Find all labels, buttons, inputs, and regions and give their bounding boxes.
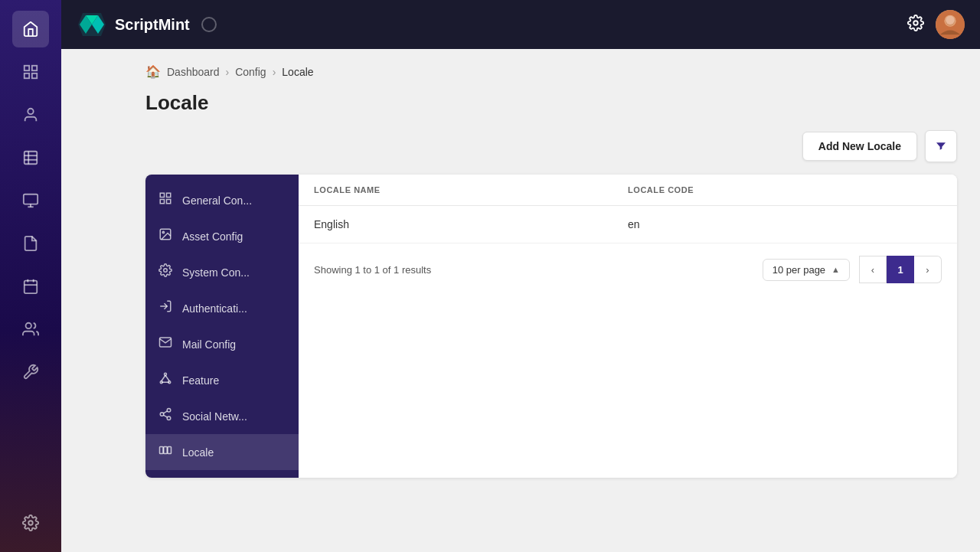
- table-header: LOCALE NAME LOCALE CODE: [299, 175, 957, 206]
- breadcrumb-dashboard[interactable]: Dashboard: [167, 66, 220, 78]
- feature-label: Feature: [182, 374, 219, 387]
- svg-rect-45: [164, 447, 168, 454]
- sidebar-item-calendar[interactable]: [12, 268, 49, 305]
- locale-table: LOCALE NAME LOCALE CODE English en Showi…: [299, 175, 957, 478]
- app-wrapper: ScriptMint: [0, 0, 980, 552]
- svg-rect-9: [24, 194, 38, 204]
- svg-point-19: [913, 21, 918, 25]
- side-panel-item-auth[interactable]: Authenticati...: [145, 290, 299, 326]
- social-network-icon: [158, 407, 173, 425]
- topbar-right: [907, 10, 965, 39]
- pagination-bar: Showing 1 to 1 of 1 results 10 per page …: [299, 243, 957, 296]
- svg-rect-2: [24, 73, 29, 78]
- topbar: ScriptMint: [61, 0, 980, 49]
- svg-rect-3: [32, 73, 37, 78]
- locale-name-cell: English: [314, 218, 628, 230]
- filter-button[interactable]: [925, 130, 957, 162]
- svg-line-43: [163, 411, 167, 413]
- logo: ScriptMint: [77, 9, 190, 40]
- col-locale-name: LOCALE NAME: [314, 185, 628, 194]
- mail-config-icon: [158, 335, 173, 353]
- mail-config-label: Mail Config: [182, 338, 236, 351]
- locale-code-cell: en: [628, 218, 942, 230]
- svg-rect-0: [24, 66, 29, 70]
- sidebar-item-tools[interactable]: [12, 354, 49, 390]
- svg-rect-44: [160, 447, 164, 454]
- side-panel-item-feature[interactable]: Feature: [145, 362, 299, 398]
- auth-config-label: Authenticati...: [182, 302, 247, 315]
- config-side-panel: General Con... Asset Config: [145, 175, 299, 478]
- prev-page-button[interactable]: ‹: [859, 256, 887, 283]
- social-network-label: Social Netw...: [182, 410, 247, 423]
- svg-point-31: [164, 269, 168, 273]
- sidebar-item-grid[interactable]: [12, 54, 49, 90]
- add-new-locale-button[interactable]: Add New Locale: [802, 132, 917, 161]
- breadcrumb: 🏠 Dashboard › Config › Locale: [145, 64, 957, 79]
- logo-icon: [77, 9, 107, 40]
- breadcrumb-sep-2: ›: [273, 66, 276, 78]
- side-panel-item-mail[interactable]: Mail Config: [145, 326, 299, 362]
- svg-rect-46: [168, 447, 172, 454]
- feature-icon: [158, 371, 173, 389]
- auth-config-icon: [158, 299, 173, 317]
- svg-line-37: [165, 375, 169, 381]
- svg-point-24: [946, 16, 954, 24]
- system-config-icon: [158, 263, 173, 281]
- loader-indicator: [201, 17, 217, 32]
- svg-rect-28: [167, 200, 171, 204]
- locale-label: Locale: [182, 446, 214, 459]
- sidebar-item-monitor[interactable]: [12, 182, 49, 219]
- page-title: Locale: [145, 91, 957, 115]
- svg-point-33: [165, 373, 167, 375]
- main-content: 🏠 Dashboard › Config › Locale Locale Add…: [122, 49, 980, 552]
- svg-line-42: [163, 415, 167, 417]
- breadcrumb-sep-1: ›: [226, 66, 230, 78]
- svg-rect-1: [32, 66, 37, 70]
- svg-rect-26: [167, 193, 171, 197]
- system-config-label: System Con...: [182, 266, 250, 279]
- settings-icon[interactable]: [907, 15, 924, 35]
- svg-point-30: [162, 231, 164, 233]
- pagination-controls: 10 per page ▲ ‹ 1 ›: [763, 256, 942, 283]
- next-page-button[interactable]: ›: [914, 256, 942, 283]
- asset-config-label: Asset Config: [182, 230, 243, 243]
- side-panel-item-general[interactable]: General Con...: [145, 182, 299, 218]
- svg-point-41: [167, 416, 171, 420]
- user-avatar[interactable]: [936, 10, 965, 39]
- svg-rect-5: [24, 152, 38, 165]
- pagination-info: Showing 1 to 1 of 1 results: [314, 264, 431, 276]
- home-icon: 🏠: [145, 64, 161, 79]
- per-page-value: 10 per page: [773, 264, 825, 276]
- side-panel-item-asset[interactable]: Asset Config: [145, 218, 299, 254]
- side-panel-item-social[interactable]: Social Netw...: [145, 398, 299, 434]
- side-panel-item-locale[interactable]: Locale: [145, 434, 299, 470]
- locale-icon: [158, 443, 173, 461]
- svg-point-40: [160, 413, 164, 416]
- sidebar-item-group[interactable]: [12, 311, 49, 348]
- per-page-select[interactable]: 10 per page ▲: [763, 259, 850, 281]
- general-config-label: General Con...: [182, 194, 252, 207]
- svg-point-4: [28, 109, 33, 114]
- sidebar-item-users[interactable]: [12, 96, 49, 133]
- sidebar-item-table[interactable]: [12, 139, 49, 176]
- sidebar-item-settings[interactable]: [12, 505, 49, 541]
- svg-point-39: [167, 409, 171, 413]
- sidebar-item-home[interactable]: [12, 11, 49, 47]
- sidebar-item-document[interactable]: [12, 225, 49, 262]
- sidebar: [0, 0, 61, 552]
- breadcrumb-current: Locale: [282, 66, 313, 78]
- svg-line-36: [162, 375, 165, 381]
- logo-text: ScriptMint: [115, 16, 190, 34]
- side-panel-item-system[interactable]: System Con...: [145, 254, 299, 290]
- content-area: General Con... Asset Config: [145, 175, 957, 478]
- general-config-icon: [158, 191, 173, 209]
- svg-rect-12: [24, 281, 38, 294]
- page-1-button[interactable]: 1: [887, 256, 914, 283]
- svg-point-16: [26, 323, 31, 328]
- per-page-chevron-icon: ▲: [831, 265, 840, 274]
- action-bar: Add New Locale: [145, 130, 957, 162]
- svg-point-17: [28, 521, 33, 525]
- table-row[interactable]: English en: [299, 206, 957, 243]
- breadcrumb-config[interactable]: Config: [235, 66, 266, 78]
- svg-rect-27: [160, 200, 164, 204]
